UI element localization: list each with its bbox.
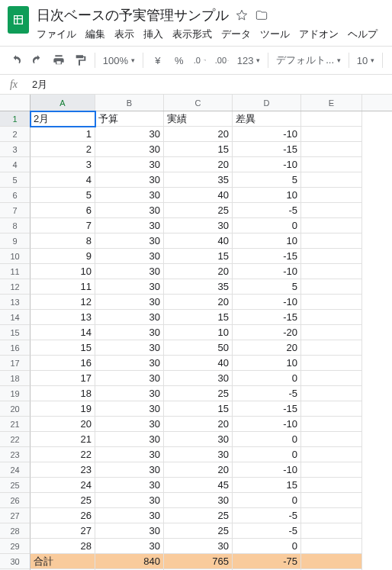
cell-A16[interactable]: 15 — [31, 340, 95, 356]
cell-A8[interactable]: 7 — [31, 218, 95, 233]
cell-D27[interactable]: -5 — [233, 508, 301, 523]
cell-D25[interactable]: 15 — [233, 478, 301, 493]
cell-B26[interactable]: 30 — [95, 493, 164, 508]
cell-A28[interactable]: 27 — [31, 523, 95, 539]
col-header-E[interactable]: E — [301, 95, 362, 111]
cell-B29[interactable]: 30 — [95, 539, 164, 554]
cell-E7[interactable] — [301, 203, 362, 218]
cell-D8[interactable]: 0 — [233, 218, 301, 233]
cell-E1[interactable] — [301, 111, 362, 127]
cell-E4[interactable] — [301, 157, 362, 172]
cell-C10[interactable]: 15 — [164, 249, 233, 264]
cell-A7[interactable]: 6 — [31, 203, 95, 218]
cell-B3[interactable]: 30 — [95, 142, 164, 157]
cell-B10[interactable]: 30 — [95, 249, 164, 264]
cell-A14[interactable]: 13 — [31, 310, 95, 325]
cell-A18[interactable]: 17 — [31, 371, 95, 386]
increase-decimal-button[interactable]: .00 — [212, 50, 233, 70]
cell-E21[interactable] — [301, 417, 362, 432]
cell-C25[interactable]: 45 — [164, 478, 233, 493]
row-header-7[interactable]: 7 — [0, 203, 31, 218]
cell-D23[interactable]: 0 — [233, 447, 301, 462]
cell-E28[interactable] — [301, 523, 362, 539]
cell-A24[interactable]: 23 — [31, 462, 95, 478]
cell-C2[interactable]: 20 — [164, 127, 233, 142]
cell-C20[interactable]: 15 — [164, 401, 233, 417]
cell-E24[interactable] — [301, 462, 362, 478]
cell-C3[interactable]: 15 — [164, 142, 233, 157]
col-header-C[interactable]: C — [164, 95, 233, 111]
row-header-30[interactable]: 30 — [0, 554, 31, 569]
cell-C19[interactable]: 25 — [164, 386, 233, 401]
cell-A22[interactable]: 21 — [31, 432, 95, 447]
cell-E8[interactable] — [301, 218, 362, 233]
cell-B24[interactable]: 30 — [95, 462, 164, 478]
formula-input[interactable]: 2月 — [27, 78, 392, 92]
cell-B15[interactable]: 30 — [95, 325, 164, 340]
col-header-A[interactable]: A — [31, 95, 95, 111]
cell-D29[interactable]: 0 — [233, 539, 301, 554]
cell-C16[interactable]: 50 — [164, 340, 233, 356]
doc-title[interactable]: 日次ベースの予実管理サンプル — [37, 6, 229, 24]
cell-B19[interactable]: 30 — [95, 386, 164, 401]
cell-E5[interactable] — [301, 172, 362, 188]
cell-D15[interactable]: -20 — [233, 325, 301, 340]
cell-E30[interactable] — [301, 554, 362, 569]
row-header-4[interactable]: 4 — [0, 157, 31, 172]
cell-B2[interactable]: 30 — [95, 127, 164, 142]
cell-C26[interactable]: 30 — [164, 493, 233, 508]
col-header-D[interactable]: D — [233, 95, 301, 111]
row-header-14[interactable]: 14 — [0, 310, 31, 325]
col-header-B[interactable]: B — [95, 95, 164, 111]
cell-B17[interactable]: 30 — [95, 356, 164, 371]
row-header-1[interactable]: 1 — [0, 111, 31, 127]
cell-A21[interactable]: 20 — [31, 417, 95, 432]
cell-D22[interactable]: 0 — [233, 432, 301, 447]
cell-B23[interactable]: 30 — [95, 447, 164, 462]
cell-D7[interactable]: -5 — [233, 203, 301, 218]
cell-B9[interactable]: 30 — [95, 233, 164, 249]
font-size-select[interactable]: 10▾ — [354, 55, 378, 66]
cell-A23[interactable]: 22 — [31, 447, 95, 462]
row-header-16[interactable]: 16 — [0, 340, 31, 356]
cell-E9[interactable] — [301, 233, 362, 249]
row-header-18[interactable]: 18 — [0, 371, 31, 386]
menu-ツール[interactable]: ツール — [260, 27, 290, 41]
row-header-22[interactable]: 22 — [0, 432, 31, 447]
cell-B21[interactable]: 30 — [95, 417, 164, 432]
cell-A3[interactable]: 2 — [31, 142, 95, 157]
cell-D12[interactable]: 5 — [233, 279, 301, 295]
cell-E11[interactable] — [301, 264, 362, 279]
cell-C9[interactable]: 40 — [164, 233, 233, 249]
cell-E10[interactable] — [301, 249, 362, 264]
cell-A6[interactable]: 5 — [31, 188, 95, 203]
cell-D1[interactable]: 差異 — [233, 111, 301, 127]
menu-編集[interactable]: 編集 — [85, 27, 105, 41]
cell-D6[interactable]: 10 — [233, 188, 301, 203]
cell-B30[interactable]: 840 — [95, 554, 164, 569]
cell-A29[interactable]: 28 — [31, 539, 95, 554]
row-header-24[interactable]: 24 — [0, 462, 31, 478]
cell-E27[interactable] — [301, 508, 362, 523]
row-header-10[interactable]: 10 — [0, 249, 31, 264]
cell-A12[interactable]: 11 — [31, 279, 95, 295]
cell-D28[interactable]: -5 — [233, 523, 301, 539]
cell-A27[interactable]: 26 — [31, 508, 95, 523]
cell-E14[interactable] — [301, 310, 362, 325]
cell-C12[interactable]: 35 — [164, 279, 233, 295]
cell-A19[interactable]: 18 — [31, 386, 95, 401]
cell-E13[interactable] — [301, 295, 362, 310]
row-header-9[interactable]: 9 — [0, 233, 31, 249]
cell-B7[interactable]: 30 — [95, 203, 164, 218]
cell-D17[interactable]: 10 — [233, 356, 301, 371]
menu-挿入[interactable]: 挿入 — [143, 27, 163, 41]
cell-C8[interactable]: 30 — [164, 218, 233, 233]
row-header-12[interactable]: 12 — [0, 279, 31, 295]
print-button[interactable] — [49, 50, 69, 70]
redo-button[interactable] — [27, 50, 47, 70]
spreadsheet-grid[interactable]: ABCDE12月予算実績差異213020-10323015-15433020-1… — [0, 95, 392, 570]
cell-B28[interactable]: 30 — [95, 523, 164, 539]
row-header-8[interactable]: 8 — [0, 218, 31, 233]
zoom-select[interactable]: 100%▾ — [100, 55, 138, 66]
cell-D4[interactable]: -10 — [233, 157, 301, 172]
